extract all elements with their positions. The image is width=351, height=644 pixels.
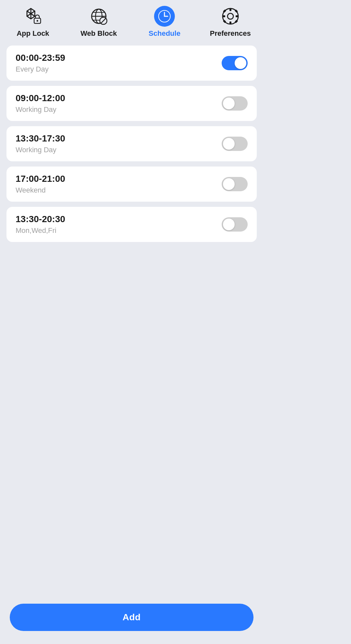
nav-label-app-lock: App Lock: [17, 29, 49, 38]
add-button-container: Add: [0, 597, 263, 644]
preferences-icon: [220, 6, 241, 27]
svg-rect-18: [229, 8, 231, 11]
toggle-knob-2: [223, 98, 235, 109]
toggle-knob-4: [223, 178, 235, 190]
schedule-days-4: Weekend: [16, 186, 65, 195]
svg-point-4: [37, 20, 38, 22]
toggle-knob-3: [223, 138, 235, 150]
schedule-time-4: 17:00-21:00: [16, 174, 65, 184]
nav-item-schedule[interactable]: Schedule: [132, 6, 198, 38]
toggle-knob-5: [223, 219, 235, 230]
schedule-info-1: 00:00-23:59 Every Day: [16, 53, 65, 74]
toggle-1[interactable]: [222, 56, 248, 70]
schedule-time-2: 09:00-12:00: [16, 93, 65, 103]
nav-item-web-block[interactable]: Web Block: [66, 6, 132, 38]
schedule-card-4: 17:00-21:00 Weekend: [6, 167, 257, 202]
add-button[interactable]: Add: [10, 604, 254, 631]
schedule-time-1: 00:00-23:59: [16, 53, 65, 63]
schedule-icon: [154, 6, 175, 27]
svg-rect-19: [229, 21, 231, 24]
toggle-4[interactable]: [222, 177, 248, 191]
nav-label-schedule: Schedule: [149, 29, 180, 38]
schedule-info-2: 09:00-12:00 Working Day: [16, 93, 65, 114]
schedule-card-1: 00:00-23:59 Every Day: [6, 46, 257, 81]
schedule-list: 00:00-23:59 Every Day 09:00-12:00 Workin…: [0, 42, 263, 597]
svg-rect-21: [236, 15, 239, 17]
toggle-3[interactable]: [222, 137, 248, 151]
schedule-info-5: 13:30-20:30 Mon,Wed,Fri: [16, 214, 65, 235]
nav-item-app-lock[interactable]: App Lock: [0, 6, 66, 38]
schedule-card-3: 13:30-17:30 Working Day: [6, 126, 257, 161]
schedule-days-1: Every Day: [16, 65, 65, 74]
toggle-2[interactable]: [222, 96, 248, 111]
app-lock-icon: [22, 6, 43, 27]
schedule-card-2: 09:00-12:00 Working Day: [6, 86, 257, 121]
schedule-days-2: Working Day: [16, 105, 65, 114]
schedule-days-3: Working Day: [16, 146, 65, 154]
schedule-info-4: 17:00-21:00 Weekend: [16, 174, 65, 195]
nav-item-preferences[interactable]: Preferences: [198, 6, 264, 38]
nav-label-preferences: Preferences: [210, 29, 251, 38]
svg-rect-20: [222, 15, 225, 17]
schedule-info-3: 13:30-17:30 Working Day: [16, 133, 65, 154]
nav-label-web-block: Web Block: [81, 29, 117, 38]
top-nav: App Lock Web Block: [0, 0, 263, 42]
svg-point-17: [228, 13, 233, 19]
schedule-time-5: 13:30-20:30: [16, 214, 65, 224]
toggle-5[interactable]: [222, 217, 248, 232]
toggle-knob-1: [235, 57, 246, 69]
schedule-days-5: Mon,Wed,Fri: [16, 226, 65, 235]
schedule-time-3: 13:30-17:30: [16, 133, 65, 144]
web-block-icon: [88, 6, 109, 27]
schedule-card-5: 13:30-20:30 Mon,Wed,Fri: [6, 207, 257, 242]
